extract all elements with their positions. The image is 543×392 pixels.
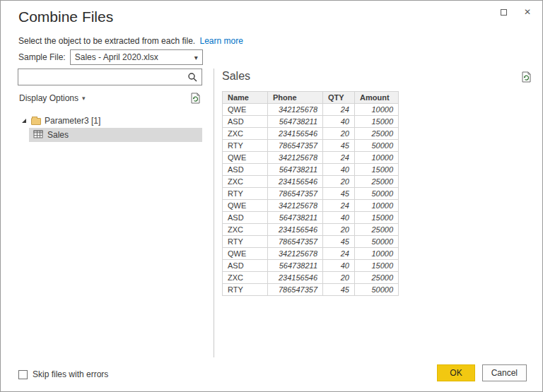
table-row: ASD5647382114015000 — [223, 164, 399, 176]
tree-folder-parameter3[interactable]: Parameter3 [1] — [18, 114, 202, 128]
skip-errors-checkbox[interactable]: Skip files with errors — [18, 369, 108, 379]
tree-folder-label: Parameter3 [1] — [45, 116, 100, 126]
table-row: RTY7865473574550000 — [223, 236, 399, 248]
table-cell: 10000 — [355, 104, 399, 116]
table-cell: 786547357 — [268, 188, 323, 200]
search-input[interactable] — [18, 69, 183, 85]
column-header: QTY — [323, 92, 355, 104]
table-cell: 24 — [323, 248, 355, 260]
sample-file-dropdown[interactable]: Sales - April 2020.xlsx ▾ — [70, 49, 203, 65]
table-cell: 25000 — [355, 272, 399, 284]
table-row: ASD5647382114015000 — [223, 212, 399, 224]
search-icon[interactable] — [183, 69, 202, 85]
ok-button[interactable]: OK — [437, 364, 474, 381]
table-cell: 45 — [323, 188, 355, 200]
tree-item-sales[interactable]: Sales — [29, 128, 202, 142]
expand-arrow-icon[interactable] — [21, 117, 28, 124]
table-cell: 342125678 — [268, 152, 323, 164]
table-cell: 45 — [323, 140, 355, 152]
table-row: QWE3421256782410000 — [223, 200, 399, 212]
table-cell: 564738211 — [268, 212, 323, 224]
maximize-button[interactable] — [498, 7, 508, 17]
table-cell: 10000 — [355, 152, 399, 164]
description-text: Select the object to be extracted from e… — [18, 36, 195, 46]
page-title: Combine Files — [18, 8, 113, 25]
preview-table: NamePhoneQTYAmount QWE3421256782410000AS… — [222, 91, 399, 296]
table-cell: RTY — [223, 236, 268, 248]
table-cell: 15000 — [355, 164, 399, 176]
table-cell: 564738211 — [268, 116, 323, 128]
table-row: QWE3421256782410000 — [223, 152, 399, 164]
table-cell: 15000 — [355, 260, 399, 272]
table-cell: 25000 — [355, 176, 399, 188]
table-cell: 24 — [323, 152, 355, 164]
table-cell: 10000 — [355, 200, 399, 212]
table-cell: 342125678 — [268, 200, 323, 212]
refresh-preview-icon[interactable] — [521, 71, 532, 83]
chevron-down-icon: ▾ — [194, 54, 198, 61]
checkbox-label: Skip files with errors — [33, 369, 108, 379]
table-cell: 45 — [323, 236, 355, 248]
table-cell: QWE — [223, 248, 268, 260]
table-cell: ASD — [223, 164, 268, 176]
table-cell: 234156546 — [268, 224, 323, 236]
combine-files-dialog: ✕ Combine Files Select the object to be … — [0, 0, 543, 392]
table-cell: 342125678 — [268, 248, 323, 260]
table-row: QWE3421256782410000 — [223, 248, 399, 260]
table-cell: ASD — [223, 212, 268, 224]
table-cell: 234156546 — [268, 128, 323, 140]
folder-icon — [31, 118, 41, 125]
refresh-preview-icon[interactable] — [190, 93, 201, 104]
table-cell: QWE — [223, 200, 268, 212]
close-button[interactable]: ✕ — [522, 7, 532, 17]
table-icon — [33, 130, 43, 141]
dialog-buttons: OK Cancel — [437, 364, 527, 381]
table-cell: ZXC — [223, 128, 268, 140]
learn-more-link[interactable]: Learn more — [199, 36, 243, 46]
table-cell: 40 — [323, 212, 355, 224]
table-cell: 40 — [323, 116, 355, 128]
table-row: ZXC2341565462025000 — [223, 176, 399, 188]
search-box — [18, 69, 202, 85]
table-cell: 786547357 — [268, 140, 323, 152]
table-cell: 50000 — [355, 140, 399, 152]
table-cell: 25000 — [355, 224, 399, 236]
preview-panel: Sales NamePhoneQTYAmount QWE342125678241… — [222, 69, 533, 296]
window-controls: ✕ — [498, 7, 532, 17]
table-row: ZXC2341565462025000 — [223, 128, 399, 140]
table-cell: RTY — [223, 140, 268, 152]
table-cell: 40 — [323, 260, 355, 272]
table-cell: 786547357 — [268, 284, 323, 296]
display-options-dropdown[interactable]: Display Options ▾ — [19, 93, 86, 103]
table-cell: 24 — [323, 200, 355, 212]
sample-file-row: Sample File: Sales - April 2020.xlsx ▾ — [18, 49, 203, 65]
table-cell: 15000 — [355, 116, 399, 128]
preview-header: Sales — [222, 69, 533, 83]
column-header: Phone — [268, 92, 323, 104]
description: Select the object to be extracted from e… — [18, 36, 243, 46]
table-cell: 50000 — [355, 284, 399, 296]
table-header-row: NamePhoneQTYAmount — [223, 92, 399, 104]
preview-title: Sales — [222, 70, 250, 83]
table-cell: 15000 — [355, 212, 399, 224]
cancel-button[interactable]: Cancel — [482, 364, 527, 381]
table-cell: 786547357 — [268, 236, 323, 248]
table-cell: 40 — [323, 164, 355, 176]
table-cell: 20 — [323, 272, 355, 284]
panel-divider — [214, 69, 214, 357]
table-cell: 50000 — [355, 236, 399, 248]
display-options-row: Display Options ▾ — [18, 91, 202, 105]
chevron-down-icon: ▾ — [82, 95, 86, 102]
maximize-icon — [501, 9, 507, 16]
table-cell: 45 — [323, 284, 355, 296]
table-row: ASD5647382114015000 — [223, 116, 399, 128]
object-picker-panel: Display Options ▾ Parameter3 [1] — [18, 69, 202, 142]
table-cell: 20 — [323, 176, 355, 188]
table-row: ZXC2341565462025000 — [223, 272, 399, 284]
table-cell: 25000 — [355, 128, 399, 140]
table-cell: ASD — [223, 116, 268, 128]
table-row: RTY7865473574550000 — [223, 140, 399, 152]
table-cell: QWE — [223, 152, 268, 164]
display-options-label: Display Options — [19, 93, 78, 103]
checkbox-box[interactable] — [18, 370, 28, 379]
